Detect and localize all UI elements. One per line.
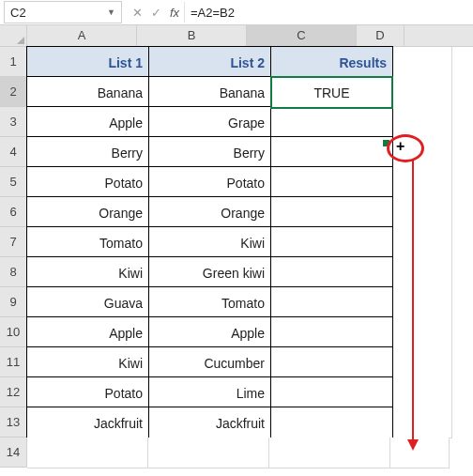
row-header[interactable]: 11 [0, 347, 27, 377]
cell[interactable]: Kiwi [26, 256, 149, 289]
row-header[interactable]: 4 [0, 137, 27, 167]
row-header[interactable]: 13 [0, 407, 27, 438]
cell[interactable]: Kiwi [148, 226, 271, 259]
cell[interactable] [270, 376, 393, 409]
formula-input[interactable]: =A2=B2 [184, 2, 469, 23]
cell[interactable] [270, 136, 393, 169]
cell[interactable]: Banana [148, 76, 271, 109]
row-header[interactable]: 7 [0, 227, 27, 257]
cell[interactable]: Cucumber [148, 346, 271, 379]
row-header[interactable]: 9 [0, 287, 27, 317]
header-cell-a[interactable]: List 1 [26, 46, 149, 79]
cell[interactable] [148, 438, 269, 468]
cell[interactable]: Berry [148, 136, 271, 169]
table-row: 7 Tomato Kiwi [0, 227, 473, 257]
cell[interactable] [393, 347, 452, 378]
cell[interactable] [270, 316, 393, 349]
select-all-corner[interactable] [0, 25, 27, 46]
row-header[interactable]: 8 [0, 257, 27, 287]
row-header[interactable]: 1 [0, 47, 27, 77]
header-cell-b[interactable]: List 2 [148, 46, 271, 79]
chevron-down-icon[interactable]: ▼ [107, 8, 115, 17]
cell[interactable] [269, 438, 390, 468]
cell[interactable] [270, 106, 393, 139]
cell[interactable] [390, 438, 450, 468]
cell[interactable]: Apple [26, 316, 149, 349]
cell[interactable] [393, 257, 452, 288]
cell[interactable]: Potato [148, 166, 271, 199]
formula-text: =A2=B2 [191, 6, 235, 20]
cell[interactable] [393, 167, 452, 198]
col-header-c[interactable]: C [247, 25, 357, 46]
cell[interactable]: Tomato [148, 286, 271, 319]
active-cell[interactable]: TRUE [270, 76, 393, 109]
column-headers: A B C D [0, 25, 473, 47]
cell[interactable] [270, 166, 393, 199]
row-header[interactable]: 6 [0, 197, 27, 227]
name-box[interactable]: C2 ▼ [4, 1, 122, 23]
table-row: 8 Kiwi Green kiwi [0, 257, 473, 287]
cell[interactable]: Apple [26, 106, 149, 139]
table-row: 11 Kiwi Cucumber [0, 347, 473, 377]
cell[interactable] [270, 226, 393, 259]
cell[interactable]: Potato [26, 166, 149, 199]
table-row: 6 Orange Orange [0, 197, 473, 227]
table-row: 2 Banana Banana TRUE [0, 77, 473, 107]
cell[interactable]: Orange [26, 196, 149, 229]
cancel-icon[interactable]: ✕ [128, 2, 146, 23]
cell[interactable]: Jackfruit [26, 407, 149, 439]
cell[interactable] [270, 407, 393, 439]
cell[interactable]: Lime [148, 376, 271, 409]
cell[interactable]: Orange [148, 196, 271, 229]
grid: A B C D 1 List 1 List 2 Results 2 Banana… [0, 25, 473, 468]
cell[interactable] [393, 107, 452, 138]
cell[interactable] [393, 377, 452, 408]
table-row: 12 Potato Lime [0, 377, 473, 407]
row-header[interactable]: 3 [0, 107, 27, 137]
cell[interactable] [270, 256, 393, 289]
cell[interactable] [270, 286, 393, 319]
col-header-b[interactable]: B [137, 25, 247, 46]
row-header[interactable]: 14 [0, 438, 27, 468]
cell[interactable] [393, 227, 452, 258]
cell[interactable]: Berry [26, 136, 149, 169]
cell[interactable] [393, 407, 452, 438]
table-row: 9 Guava Tomato [0, 287, 473, 317]
row-header[interactable]: 5 [0, 167, 27, 197]
name-box-value: C2 [10, 6, 26, 20]
cell[interactable] [393, 197, 452, 228]
row-header[interactable]: 10 [0, 317, 27, 347]
cell[interactable]: Guava [26, 286, 149, 319]
enter-icon[interactable]: ✓ [146, 2, 165, 23]
cell[interactable] [393, 47, 452, 78]
row-header[interactable]: 2 [0, 77, 27, 107]
cell[interactable] [27, 438, 148, 468]
table-row: 13 Jackfruit Jackfruit [0, 407, 473, 438]
fx-icon[interactable]: fx [165, 6, 184, 20]
header-cell-c[interactable]: Results [270, 46, 393, 79]
fill-handle[interactable] [383, 140, 389, 146]
cell[interactable] [393, 287, 452, 318]
table-row: 1 List 1 List 2 Results [0, 47, 473, 77]
cell[interactable]: Banana [26, 76, 149, 109]
rows: 1 List 1 List 2 Results 2 Banana Banana … [0, 47, 473, 468]
table-row: 10 Apple Apple [0, 317, 473, 347]
cell[interactable]: Green kiwi [148, 256, 271, 289]
table-row: 3 Apple Grape [0, 107, 473, 137]
cell[interactable]: Kiwi [26, 346, 149, 379]
row-header[interactable]: 12 [0, 377, 27, 407]
table-row: 14 [0, 438, 473, 468]
cell[interactable]: Tomato [26, 226, 149, 259]
cell[interactable]: Apple [148, 316, 271, 349]
cell[interactable]: Jackfruit [148, 407, 271, 439]
table-row: 5 Potato Potato [0, 167, 473, 197]
formula-bar-row: C2 ▼ ✕ ✓ fx =A2=B2 [0, 0, 473, 25]
cell[interactable]: Potato [26, 376, 149, 409]
cell[interactable] [393, 317, 452, 348]
cell[interactable]: Grape [148, 106, 271, 139]
cell[interactable] [270, 196, 393, 229]
col-header-a[interactable]: A [27, 25, 137, 46]
col-header-d[interactable]: D [357, 25, 404, 46]
cell[interactable] [393, 77, 452, 108]
cell[interactable] [270, 346, 393, 379]
